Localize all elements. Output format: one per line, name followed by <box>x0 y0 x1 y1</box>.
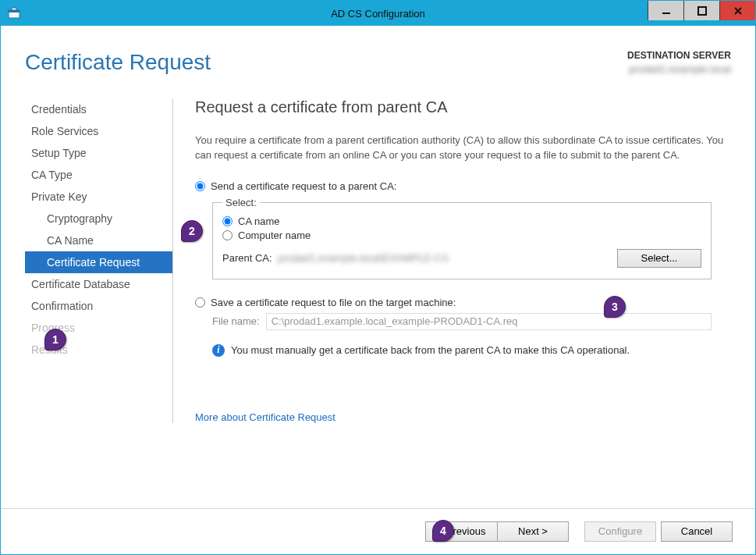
page-title: Certificate Request <box>25 50 211 75</box>
sidebar-item-cryptography[interactable]: Cryptography <box>25 208 172 229</box>
destination-server: prodad1.example.local <box>627 63 731 75</box>
sidebar-item-setup-type[interactable]: Setup Type <box>25 142 172 164</box>
configure-button: Configure <box>584 521 656 542</box>
option-send-label: Send a certificate request to a parent C… <box>211 180 396 192</box>
sidebar-item-certificate-database[interactable]: Certificate Database <box>25 273 172 295</box>
svg-rect-2 <box>12 8 16 10</box>
select-parent-button[interactable]: Select... <box>617 249 701 268</box>
destination-block: DESTINATION SERVER prodad1.example.local <box>627 50 731 75</box>
svg-rect-3 <box>662 12 670 14</box>
file-name-input <box>266 313 712 330</box>
sidebar-item-credentials[interactable]: Credentials <box>25 98 172 120</box>
next-button[interactable]: Next > <box>497 521 569 542</box>
svg-rect-4 <box>698 7 706 15</box>
radio-ca-name[interactable] <box>222 216 232 226</box>
select-group-legend: Select: <box>222 197 260 208</box>
main-pane: Request a certificate from parent CA You… <box>173 98 731 423</box>
callout-4: 4 <box>432 520 454 542</box>
more-about-link[interactable]: More about Certificate Request <box>195 411 731 423</box>
wizard-footer: < Previous Next > Configure Cancel <box>2 508 754 553</box>
parent-ca-label: Parent CA: <box>222 252 272 264</box>
option-save-radio[interactable] <box>195 297 205 308</box>
option-send-radio[interactable] <box>195 181 205 191</box>
option-send-row[interactable]: Send a certificate request to a parent C… <box>195 180 731 192</box>
sidebar: Credentials Role Services Setup Type CA … <box>25 98 173 423</box>
destination-label: DESTINATION SERVER <box>627 50 731 61</box>
sidebar-item-certificate-request[interactable]: Certificate Request <box>25 251 172 273</box>
callout-3: 3 <box>604 296 626 318</box>
info-icon: i <box>212 344 225 357</box>
option-save-label: Save a certificate request to file on th… <box>211 297 456 308</box>
file-name-label: File name: <box>212 315 260 327</box>
radio-computer-name-label: Computer name <box>238 229 311 241</box>
content-frame: Certificate Request DESTINATION SERVER p… <box>2 27 754 553</box>
radio-computer-name-row[interactable]: Computer name <box>222 229 701 241</box>
callout-2: 2 <box>181 220 203 242</box>
parent-ca-value: prodad1.example.local\EXAMPLE-CA <box>279 252 606 264</box>
radio-computer-name[interactable] <box>222 230 232 240</box>
app-icon <box>7 6 21 20</box>
window-controls <box>648 1 755 20</box>
section-heading: Request a certificate from parent CA <box>195 98 731 116</box>
sidebar-item-ca-name[interactable]: CA Name <box>25 229 172 251</box>
callout-1: 1 <box>44 329 66 350</box>
titlebar: AD CS Configuration <box>1 1 755 26</box>
maximize-button[interactable] <box>683 1 719 20</box>
radio-ca-name-label: CA name <box>238 215 279 227</box>
intro-text: You require a certificate from a parent … <box>195 133 726 163</box>
option-save-row[interactable]: Save a certificate request to file on th… <box>195 297 731 308</box>
sidebar-item-private-key[interactable]: Private Key <box>25 186 172 208</box>
sidebar-item-ca-type[interactable]: CA Type <box>25 164 172 186</box>
cancel-button[interactable]: Cancel <box>661 521 733 542</box>
wizard-window: AD CS Configuration Certificate Request … <box>0 0 756 555</box>
radio-ca-name-row[interactable]: CA name <box>222 215 701 227</box>
sidebar-item-confirmation[interactable]: Confirmation <box>25 295 172 317</box>
info-text: You must manually get a certificate back… <box>231 344 630 356</box>
window-title: AD CS Configuration <box>1 8 755 20</box>
select-group: Select: CA name Computer name Parent CA:… <box>212 197 712 279</box>
close-button[interactable] <box>719 1 755 20</box>
minimize-button[interactable] <box>648 1 683 20</box>
sidebar-item-role-services[interactable]: Role Services <box>25 120 172 142</box>
